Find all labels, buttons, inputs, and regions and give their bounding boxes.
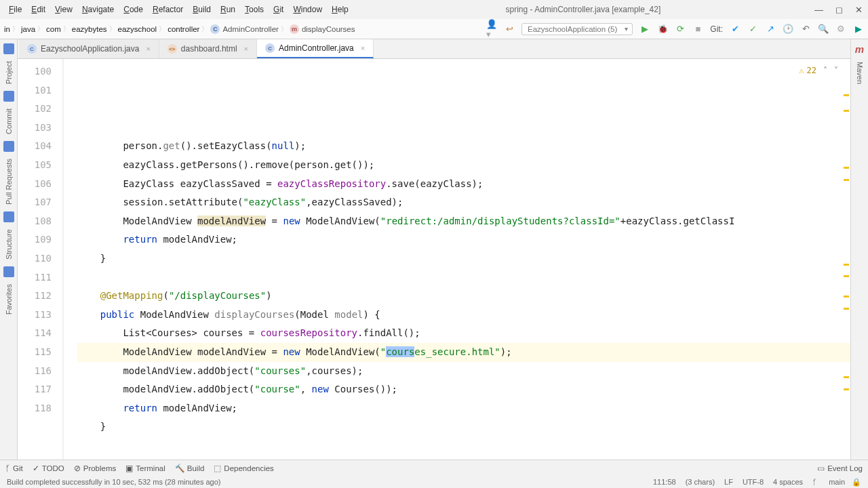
tab-AdminController.java[interactable]: CAdminController.java×	[257, 39, 374, 58]
code-line[interactable]: return modelAndView;	[77, 399, 850, 418]
editor-tabs: CEazyschoolApplication.java×<>dashboard.…	[0, 39, 868, 59]
tool-dependencies[interactable]: ⬚Dependencies	[214, 464, 274, 473]
code-line[interactable]: modelAndView.addObject("course", new Cou…	[77, 380, 850, 399]
error-stripe[interactable]	[842, 62, 849, 465]
search-icon[interactable]: 🔍	[818, 24, 829, 35]
menu-help[interactable]: Help	[328, 3, 352, 16]
tool-terminal[interactable]: ▣Terminal	[125, 464, 165, 473]
chevron-up-icon[interactable]: ˄	[823, 62, 827, 81]
git-update-icon[interactable]: ✔	[730, 24, 741, 35]
left-toolwindow-bar: ProjectCommitPull RequestsStructureFavor…	[0, 39, 18, 468]
code-line[interactable]: }	[77, 249, 850, 268]
code-line[interactable]: eazyClass.getPersons().remove(person.get…	[77, 156, 850, 175]
run-config-dropdown[interactable]: EazyschoolApplication (5)	[521, 23, 633, 35]
main-menu[interactable]: FileEditViewNavigateCodeRefactorBuildRun…	[5, 3, 352, 16]
crumb-in[interactable]: in	[4, 25, 10, 33]
inspection-badge[interactable]: ⚠ 22 ˄ ˅	[799, 62, 838, 81]
menu-window[interactable]: Window	[290, 3, 326, 16]
menu-code[interactable]: Code	[120, 3, 146, 16]
tool-todo[interactable]: ✓TODO	[33, 464, 64, 473]
lock-icon[interactable]: 🔒	[852, 478, 861, 487]
close-icon[interactable]: ✕	[855, 5, 863, 15]
back-arrow-icon[interactable]: ↩	[504, 24, 515, 35]
crumb-java[interactable]: java	[21, 25, 35, 33]
pull-requests-icon[interactable]	[3, 141, 14, 152]
menu-edit[interactable]: Edit	[28, 3, 49, 16]
git-branch[interactable]: ᚶ main	[812, 478, 845, 486]
code-line[interactable]	[77, 436, 850, 455]
code-line[interactable]: ModelAndView modelAndView = new ModelAnd…	[77, 212, 850, 231]
chevron-down-icon[interactable]: ˅	[834, 62, 838, 81]
close-tab-icon[interactable]: ×	[361, 44, 365, 52]
menu-run[interactable]: Run	[217, 3, 239, 16]
code-line[interactable]: ModelAndView modelAndView = new ModelAnd…	[77, 343, 850, 362]
event-log[interactable]: ▭Event Log	[817, 464, 863, 473]
code-line[interactable]: return modelAndView;	[77, 230, 850, 249]
commit-icon[interactable]	[3, 91, 14, 102]
code-line[interactable]	[77, 268, 850, 287]
structure-label[interactable]: Structure	[5, 225, 13, 264]
line-ending[interactable]: LF	[724, 478, 733, 486]
structure-icon[interactable]	[3, 211, 14, 222]
tab-EazyschoolApplication.java[interactable]: CEazyschoolApplication.java×	[19, 39, 159, 58]
crumb-controller[interactable]: controller	[167, 25, 199, 33]
encoding[interactable]: UTF-8	[743, 478, 764, 486]
maximize-icon[interactable]: ◻	[835, 5, 843, 15]
code-editor[interactable]: 1001011021031041051061071081091101111121…	[18, 59, 850, 468]
warning-count: 22	[807, 62, 816, 81]
tool-build[interactable]: 🔨Build	[175, 464, 205, 473]
tool-problems[interactable]: ⊘Problems	[74, 464, 117, 473]
selection-info: (3 chars)	[686, 478, 715, 486]
minimize-icon[interactable]: ―	[814, 5, 823, 15]
code-content[interactable]: ⚠ 22 ˄ ˅ person.get().setEazyClass(null)…	[64, 59, 850, 468]
coverage-icon[interactable]: ⟳	[675, 24, 686, 35]
maven-icon[interactable]: m	[855, 43, 864, 55]
git-commit-icon[interactable]: ✓	[747, 24, 758, 35]
menu-refactor[interactable]: Refactor	[149, 3, 186, 16]
user-icon[interactable]: 👤▾	[486, 24, 497, 35]
breadcrumb[interactable]: in〉java〉com〉eazybytes〉eazyschool〉control…	[4, 24, 482, 34]
code-line[interactable]: person.get().setEazyClass(null);	[77, 137, 850, 156]
crumb-eazyschool[interactable]: eazyschool	[118, 25, 157, 33]
menu-git[interactable]: Git	[270, 3, 287, 16]
code-line[interactable]: }	[77, 418, 850, 436]
play-right-icon[interactable]: ▶	[853, 24, 864, 35]
code-line[interactable]: @GetMapping("/displayCourses")	[77, 287, 850, 306]
menu-view[interactable]: View	[52, 3, 76, 16]
git-push-icon[interactable]: ↗	[765, 24, 776, 35]
git-label: Git:	[710, 24, 723, 34]
settings-icon[interactable]: ⚙	[835, 24, 846, 35]
titlebar: FileEditViewNavigateCodeRefactorBuildRun…	[0, 0, 868, 19]
menu-build[interactable]: Build	[189, 3, 214, 16]
project-icon[interactable]	[3, 43, 14, 54]
status-bar: Build completed successfully in 10 sec, …	[0, 476, 868, 488]
code-line[interactable]: session.setAttribute("eazyClass",eazyCla…	[77, 193, 850, 212]
crumb-com[interactable]: com	[46, 25, 61, 33]
indent[interactable]: 4 spaces	[773, 478, 803, 486]
crumb-eazybytes[interactable]: eazybytes	[72, 25, 107, 33]
project-label[interactable]: Project	[5, 57, 13, 88]
menu-navigate[interactable]: Navigate	[79, 3, 117, 16]
code-line[interactable]: List<Courses> courses = coursesRepositor…	[77, 324, 850, 343]
run-icon[interactable]: ▶	[639, 24, 650, 35]
code-line[interactable]: public ModelAndView displayCourses(Model…	[77, 306, 850, 325]
favorites-label[interactable]: Favorites	[5, 280, 13, 319]
code-line[interactable]: EazyClass eazyClassSaved = eazyClassRepo…	[77, 175, 850, 194]
tool-git[interactable]: ᚶGit	[5, 464, 23, 472]
menu-tools[interactable]: Tools	[241, 3, 267, 16]
close-tab-icon[interactable]: ×	[244, 45, 248, 53]
pull-requests-label[interactable]: Pull Requests	[5, 155, 13, 209]
maven-label[interactable]: Maven	[856, 62, 864, 84]
stop-icon[interactable]: ■	[692, 24, 703, 35]
menu-file[interactable]: File	[5, 3, 25, 16]
caret-position[interactable]: 111:58	[653, 478, 676, 486]
debug-icon[interactable]: 🐞	[657, 24, 668, 35]
close-tab-icon[interactable]: ×	[146, 45, 150, 53]
revert-icon[interactable]: ↶	[800, 24, 811, 35]
history-icon[interactable]: 🕑	[783, 24, 793, 35]
commit-label[interactable]: Commit	[5, 104, 13, 138]
favorites-icon[interactable]	[3, 266, 14, 277]
code-line[interactable]: modelAndView.addObject("courses",courses…	[77, 362, 850, 381]
nav-toolbar: in〉java〉com〉eazybytes〉eazyschool〉control…	[0, 19, 868, 39]
tab-dashboard.html[interactable]: <>dashboard.html×	[159, 39, 257, 58]
